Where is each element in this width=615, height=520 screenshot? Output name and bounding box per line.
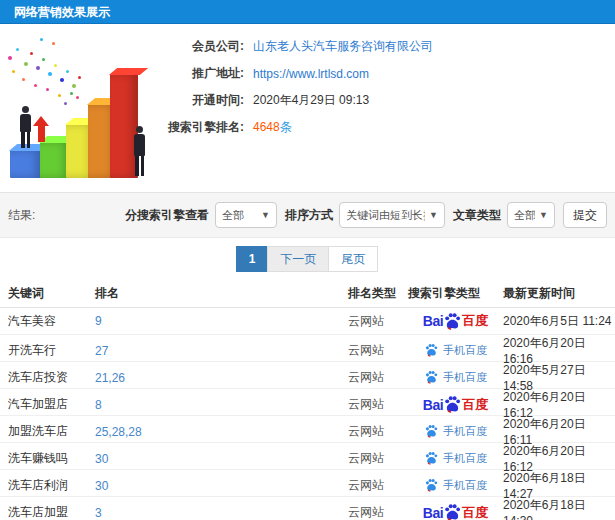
engine-logo-cell: 手机百度 [408,370,503,385]
confetti-dot [36,66,40,70]
search-engine-rank-value: 4648条 [253,119,292,136]
mobile-baidu-label: 手机百度 [443,370,487,385]
baidu-paw-icon [444,312,461,330]
filter-bar: 结果: 分搜索引擎查看 全部 ▼ 排序方式 关键词由短到长排序 ▼ 文章类型 全… [0,192,615,238]
engine-filter-label: 分搜索引擎查看 [125,207,209,224]
submit-button[interactable]: 提交 [563,202,607,228]
keyword-cell: 开洗车行 [8,342,95,359]
baidu-logo-latin: Bai [423,397,443,413]
mobile-baidu-label: 手机百度 [443,343,487,358]
keyword-cell: 洗车店加盟 [8,504,95,520]
info-row: 搜索引擎排名:4648条 [128,114,607,141]
rank-cell[interactable]: 25,28,28 [95,425,348,439]
baidu-paw-icon [425,451,438,465]
table-row: 洗车赚钱吗30云网站手机百度2020年6月20日 16:12 [0,443,615,470]
engine-filter-select[interactable]: 全部 ▼ [215,202,277,228]
rank-cell[interactable]: 27 [95,344,348,358]
rank-cell[interactable]: 9 [95,314,348,328]
article-type-value: 全部 [514,208,535,223]
next-page-button[interactable]: 下一页 [267,246,329,272]
chevron-down-icon: ▼ [261,210,270,220]
rank-cell[interactable]: 3 [95,506,348,520]
sort-filter-select[interactable]: 关键词由短到长排序 ▼ [339,202,445,228]
confetti-dot [30,52,33,55]
confetti-dot [58,94,61,97]
baidu-logo-cn: 百度 [462,312,488,330]
keyword-cell: 汽车美容 [8,313,95,330]
result-label: 结果: [8,207,35,224]
rank-cell[interactable]: 30 [95,479,348,493]
table-row: 洗车店利润30云网站手机百度2020年6月18日 14:27 [0,470,615,497]
engine-logo-cell: 手机百度 [408,478,503,493]
chevron-down-icon: ▼ [539,210,548,220]
table-header-cell: 排名 [95,285,348,302]
baidu-logo-cn: 百度 [462,396,488,414]
info-label: 搜索引擎排名: [128,119,244,136]
baidu-paw-icon [425,478,438,492]
member-info-list: 会员公司:山东老人头汽车服务咨询有限公司推广地址:https://www.lrt… [128,33,607,141]
mobile-baidu-label: 手机百度 [443,478,487,493]
baidu-logo-latin: Bai [423,313,443,329]
engine-logo-cell: Bai百度 [408,312,503,330]
confetti-dot [42,58,45,61]
baidu-paw-icon [425,343,438,357]
table-row: 开洗车行27云网站手机百度2020年6月20日 16:16 [0,335,615,362]
member-info-section: 会员公司:山东老人头汽车服务咨询有限公司推广地址:https://www.lrt… [0,24,615,192]
keyword-cell: 洗车店利润 [8,477,95,494]
chevron-down-icon: ▼ [429,210,438,220]
rank-type-cell: 云网站 [348,396,408,413]
info-link[interactable]: https://www.lrtlsd.com [253,67,369,81]
confetti-dot [52,42,55,45]
confetti-dot [40,38,43,41]
rank-cell[interactable]: 8 [95,398,348,412]
rank-type-cell: 云网站 [348,423,408,440]
engine-logo-cell: 手机百度 [408,451,503,466]
page-number-current[interactable]: 1 [236,246,269,272]
confetti-dot [70,92,73,95]
table-row: 汽车加盟店8云网站Bai百度2020年6月20日 16:12 [0,389,615,416]
rank-type-cell: 云网站 [348,450,408,467]
table-body: 汽车美容9云网站Bai百度2020年6月5日 11:24开洗车行27云网站手机百… [0,308,615,520]
last-page-button[interactable]: 尾页 [328,246,378,272]
rank-type-cell: 云网站 [348,313,408,330]
rank-type-cell: 云网站 [348,369,408,386]
keyword-cell: 洗车赚钱吗 [8,450,95,467]
confetti-dot [16,48,19,51]
rank-cell[interactable]: 30 [95,452,348,466]
confetti-dot [72,84,76,88]
table-header-cell: 搜索引擎类型 [408,285,503,302]
table-header-row: 关键词排名排名类型搜索引擎类型最新更新时间 [0,280,615,308]
baidu-logo-cn: 百度 [462,504,488,520]
rank-count: 4648 [253,120,280,134]
baidu-paw-icon [444,503,461,520]
businessman-figure-left [20,106,31,148]
up-arrow-icon [33,116,49,142]
table-header-cell: 关键词 [8,285,95,302]
engine-logo-cell: Bai百度 [408,395,503,413]
info-row: 推广地址:https://www.lrtlsd.com [128,60,607,87]
update-time-cell: 2020年6月5日 11:24 [503,313,615,330]
confetti-dot [48,72,52,76]
sort-filter-value: 关键词由短到长排序 [346,208,425,223]
keyword-cell: 加盟洗车店 [8,423,95,440]
keyword-cell: 洗车店投资 [8,369,95,386]
page-title: 网络营销效果展示 [0,0,615,24]
rank-type-cell: 云网站 [348,342,408,359]
confetti-dot [34,84,37,87]
info-label: 推广地址: [128,65,244,82]
table-header-cell: 最新更新时间 [503,285,615,302]
info-label: 开通时间: [128,92,244,109]
info-row: 开通时间:2020年4月29日 09:13 [128,87,607,114]
confetti-dot [76,96,79,99]
engine-logo-cell: Bai百度 [408,503,503,520]
info-label: 会员公司: [128,38,244,55]
table-header-cell: 排名类型 [348,285,408,302]
article-type-select[interactable]: 全部 ▼ [507,202,555,228]
confetti-dot [24,62,28,66]
confetti-dot [12,70,15,73]
mobile-baidu-label: 手机百度 [443,424,487,439]
info-link[interactable]: 山东老人头汽车服务咨询有限公司 [253,38,433,55]
baidu-logo-latin: Bai [423,505,443,520]
rank-cell[interactable]: 21,26 [95,371,348,385]
info-text: 2020年4月29日 09:13 [253,92,369,109]
